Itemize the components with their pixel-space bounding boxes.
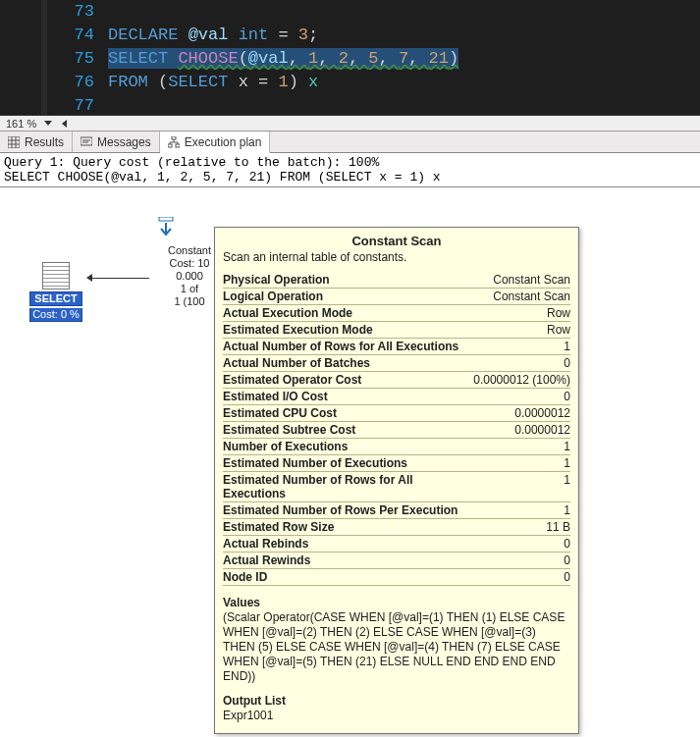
tooltip-prop-name: Estimated Operator Cost — [223, 372, 473, 389]
tooltip-prop-value: 1 — [473, 472, 570, 502]
tooltip-prop-value: 0 — [473, 569, 570, 586]
tooltip-row: Estimated Row Size11 B — [223, 519, 570, 536]
tab-messages-label: Messages — [97, 135, 151, 149]
zoom-strip[interactable]: 161 % — [0, 116, 700, 132]
plan-icon — [168, 136, 180, 148]
tab-results-label: Results — [25, 135, 64, 149]
tooltip-prop-value: 0.0000012 — [473, 405, 570, 422]
execution-plan-canvas[interactable]: SELECT Cost: 0 % Constant Cost: 10 0.000… — [0, 187, 700, 717]
tooltip-prop-value: 0 — [473, 553, 570, 569]
svg-rect-8 — [172, 136, 176, 139]
tooltip-prop-value: 1 — [473, 502, 570, 519]
code-content[interactable]: SELECT CHOOSE(@val, 1, 2, 5, 7, 21) — [108, 47, 458, 71]
tooltip-prop-value: 0 — [473, 355, 570, 372]
tooltip-row: Estimated Number of Executions1 — [223, 455, 570, 472]
svg-rect-0 — [8, 136, 20, 148]
tooltip-row: Actual Execution ModeRow — [223, 305, 570, 322]
tooltip-prop-value: 1 — [473, 455, 570, 472]
plan-node-select[interactable]: SELECT Cost: 0 % — [29, 262, 82, 322]
tooltip-prop-name: Estimated Execution Mode — [223, 322, 473, 339]
messages-icon — [81, 136, 92, 148]
tooltip-prop-value: 0.0000012 — [473, 422, 570, 439]
query-cost-line: Query 1: Query cost (relative to the bat… — [4, 155, 379, 170]
code-line[interactable]: 77 — [0, 94, 700, 116]
tooltip-row: Estimated Operator Cost0.0000012 (100%) — [223, 372, 570, 389]
tooltip-row: Actual Number of Rows for All Executions… — [223, 339, 570, 355]
tooltip-prop-name: Number of Executions — [223, 439, 473, 455]
code-content[interactable]: DECLARE @val int = 3; — [108, 24, 318, 47]
tooltip-prop-value: 1 — [473, 339, 570, 355]
tab-execution-plan[interactable]: Execution plan — [160, 132, 271, 153]
code-content[interactable]: FROM (SELECT x = 1) x — [108, 71, 318, 94]
arrow-left-icon — [86, 274, 92, 282]
tooltip-prop-name: Actual Rebinds — [223, 536, 473, 553]
tooltip-row: Estimated Number of Rows for All Executi… — [223, 472, 570, 502]
tab-messages[interactable]: Messages — [73, 132, 160, 152]
select-cost: Cost: 0 % — [29, 308, 82, 322]
line-number: 73 — [0, 0, 108, 24]
tooltip-prop-name: Estimated I/O Cost — [223, 389, 473, 405]
code-editor[interactable]: 7374DECLARE @val int = 3;75SELECT CHOOSE… — [0, 0, 700, 116]
tooltip-row: Actual Rewinds0 — [223, 553, 570, 569]
svg-rect-10 — [176, 144, 180, 147]
svg-rect-9 — [168, 144, 172, 147]
tab-plan-label: Execution plan — [185, 135, 262, 149]
code-line[interactable]: 73 — [0, 0, 700, 24]
select-label: SELECT — [29, 291, 82, 306]
tooltip-prop-name: Estimated Number of Rows for All Executi… — [223, 472, 473, 502]
tooltip-description: Scan an internal table of constants. — [223, 250, 570, 264]
tooltip-row: Logical OperationConstant Scan — [223, 289, 570, 305]
tooltip-title: Constant Scan — [223, 234, 570, 248]
tooltip-prop-value: 0.0000012 (100%) — [473, 372, 570, 389]
table-icon — [42, 262, 70, 290]
svg-rect-5 — [81, 137, 92, 145]
scroll-left-icon[interactable] — [62, 120, 67, 128]
tooltip-prop-value: 0 — [473, 389, 570, 405]
code-line[interactable]: 74DECLARE @val int = 3; — [0, 24, 700, 47]
chevron-down-icon[interactable] — [44, 121, 52, 126]
code-line[interactable]: 75SELECT CHOOSE(@val, 1, 2, 5, 7, 21) — [0, 47, 700, 71]
tooltip-prop-value: Constant Scan — [473, 289, 570, 305]
tooltip-prop-name: Actual Number of Batches — [223, 355, 473, 372]
query-info: Query 1: Query cost (relative to the bat… — [0, 153, 700, 187]
tooltip-prop-value: Row — [473, 322, 570, 339]
tooltip-row: Node ID0 — [223, 569, 570, 586]
node-tooltip: Constant Scan Scan an internal table of … — [214, 227, 579, 734]
download-arrow-icon — [157, 217, 175, 243]
tooltip-prop-value: 11 B — [473, 519, 570, 536]
tab-results[interactable]: Results — [0, 132, 73, 152]
zoom-value: 161 % — [2, 118, 40, 130]
line-number: 76 — [0, 71, 108, 94]
tooltip-values-heading: Values — [223, 596, 570, 609]
tooltip-prop-value: 0 — [473, 536, 570, 553]
plan-edge — [90, 278, 149, 279]
tooltip-row: Actual Number of Batches0 — [223, 355, 570, 372]
grid-icon — [8, 136, 20, 148]
tooltip-prop-value: Constant Scan — [473, 272, 570, 289]
line-number: 74 — [0, 24, 108, 47]
tooltip-prop-name: Actual Execution Mode — [223, 305, 473, 322]
tooltip-row: Estimated CPU Cost0.0000012 — [223, 405, 570, 422]
tooltip-prop-value: 1 — [473, 439, 570, 455]
tooltip-properties-table: Physical OperationConstant ScanLogical O… — [223, 272, 570, 586]
line-number: 77 — [0, 94, 108, 116]
results-tabs: Results Messages Execution plan — [0, 132, 700, 153]
tooltip-prop-name: Estimated Number of Rows Per Execution — [223, 502, 473, 519]
tooltip-prop-name: Estimated Subtree Cost — [223, 422, 473, 439]
tooltip-row: Estimated Subtree Cost0.0000012 — [223, 422, 570, 439]
tooltip-values-text: (Scalar Operator(CASE WHEN [@val]=(1) TH… — [223, 610, 570, 684]
tooltip-row: Actual Rebinds0 — [223, 536, 570, 553]
tooltip-prop-name: Physical Operation — [223, 272, 473, 289]
tooltip-row: Estimated I/O Cost0 — [223, 389, 570, 405]
tooltip-output-text: Expr1001 — [223, 709, 570, 723]
code-line[interactable]: 76FROM (SELECT x = 1) x — [0, 71, 700, 94]
tooltip-row: Number of Executions1 — [223, 439, 570, 455]
tooltip-output-heading: Output List — [223, 694, 570, 708]
tooltip-prop-name: Estimated Number of Executions — [223, 455, 473, 472]
tooltip-prop-name: Actual Rewinds — [223, 553, 473, 569]
tooltip-row: Estimated Number of Rows Per Execution1 — [223, 502, 570, 519]
tooltip-prop-name: Estimated Row Size — [223, 519, 473, 536]
tooltip-prop-name: Logical Operation — [223, 289, 473, 305]
tooltip-prop-name: Node ID — [223, 569, 473, 586]
tooltip-prop-value: Row — [473, 305, 570, 322]
